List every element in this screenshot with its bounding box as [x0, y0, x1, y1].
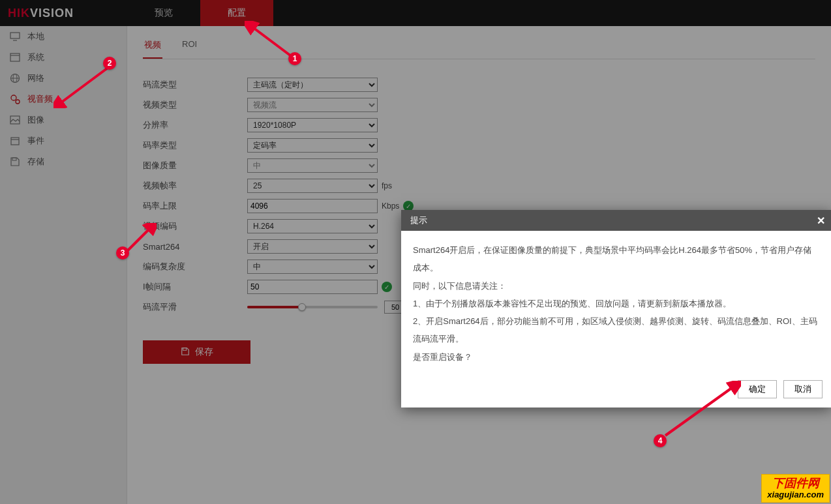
annotation-badge-2: 2: [103, 57, 116, 70]
confirm-modal: 提示 ✕ Smart264开启后，在保证图像质量的前提下，典型场景中平均码率会比…: [401, 210, 831, 408]
modal-title: 提示: [410, 215, 427, 226]
svg-line-14: [251, 26, 293, 57]
annotation-arrow-2: [53, 64, 113, 108]
modal-header: 提示 ✕: [401, 210, 831, 231]
svg-line-17: [665, 386, 734, 436]
annotation-badge-3: 3: [116, 246, 129, 259]
svg-line-15: [59, 67, 110, 104]
annotation-arrow-3: [125, 223, 157, 254]
annotation-badge-4: 4: [654, 434, 667, 447]
modal-body: Smart264开启后，在保证图像质量的前提下，典型场景中平均码率会比H.264…: [401, 231, 831, 374]
annotation-badge-1: 1: [288, 52, 301, 65]
svg-line-16: [128, 227, 151, 250]
modal-cancel-button[interactable]: 取消: [783, 380, 823, 398]
watermark: 下固件网 xiagujian.com: [761, 474, 830, 503]
modal-line: 是否重启设备？: [413, 348, 820, 366]
watermark-line1: 下固件网: [767, 477, 824, 490]
modal-footer: 确定 取消: [401, 374, 831, 408]
modal-ok-button[interactable]: 确定: [738, 380, 777, 398]
modal-line: 同时，以下信息请关注：: [413, 277, 820, 295]
modal-line: Smart264开启后，在保证图像质量的前提下，典型场景中平均码率会比H.264…: [413, 241, 820, 277]
watermark-line2: xiagujian.com: [767, 490, 824, 499]
modal-line: 1、由于个别播放器版本兼容性不足出现的预览、回放问题，请更新到新版本播放器。: [413, 295, 820, 312]
modal-line: 2、开启Smart264后，部分功能当前不可用，如区域入侵侦测、越界侦测、旋转、…: [413, 312, 820, 348]
modal-close-button[interactable]: ✕: [817, 215, 825, 227]
annotation-arrow-4: [663, 381, 741, 439]
